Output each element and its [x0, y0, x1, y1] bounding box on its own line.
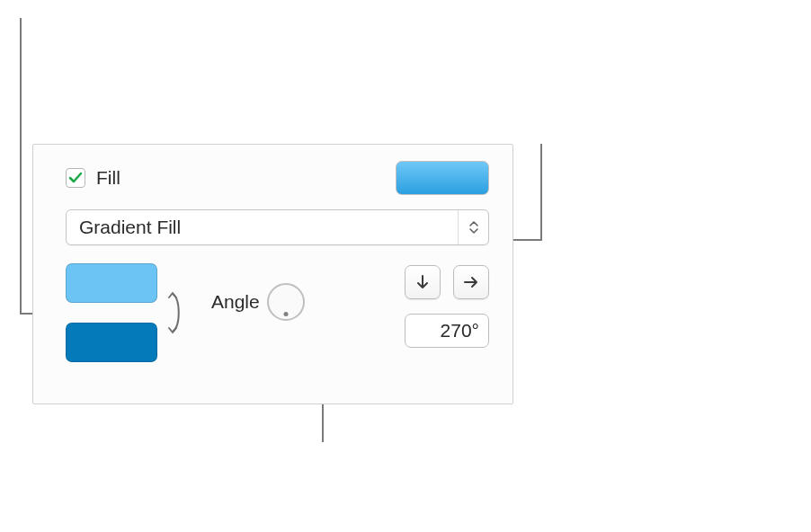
fill-preview-swatch[interactable]: [396, 161, 489, 195]
fill-checkbox[interactable]: [66, 168, 85, 188]
angle-value-field[interactable]: 270°: [405, 314, 489, 348]
arrow-down-icon: [415, 274, 430, 290]
callout-line: [20, 18, 22, 313]
direction-right-button[interactable]: [453, 265, 489, 299]
checkmark-icon: [68, 171, 83, 185]
angle-section: Angle: [211, 283, 305, 321]
dropdown-arrow: [458, 210, 488, 244]
gradient-color-2[interactable]: [66, 323, 157, 362]
direction-down-button[interactable]: [405, 265, 441, 299]
fill-checkbox-group: Fill: [66, 167, 120, 189]
angle-label: Angle: [211, 291, 260, 313]
swap-colors-button[interactable]: [161, 288, 184, 337]
fill-type-row: Gradient Fill: [33, 204, 512, 245]
gradient-controls-row: Angle 270°: [33, 245, 512, 362]
gradient-color-stops: [66, 263, 157, 362]
angle-wheel-indicator: [283, 312, 288, 316]
direction-buttons: [405, 265, 489, 299]
fill-label: Fill: [96, 167, 120, 189]
angle-wheel[interactable]: [267, 283, 305, 321]
swap-arrows-icon: [163, 290, 183, 335]
angle-right-controls: 270°: [405, 265, 489, 348]
arrow-right-icon: [463, 275, 479, 289]
fill-type-selected: Gradient Fill: [79, 217, 181, 238]
angle-value-text: 270°: [441, 320, 479, 341]
fill-type-dropdown[interactable]: Gradient Fill: [66, 209, 489, 245]
fill-header-row: Fill: [33, 145, 512, 204]
callout-line: [540, 144, 542, 241]
chevron-up-down-icon: [468, 221, 480, 234]
fill-panel: Fill Gradient Fill: [32, 144, 513, 404]
gradient-color-1[interactable]: [66, 263, 157, 303]
